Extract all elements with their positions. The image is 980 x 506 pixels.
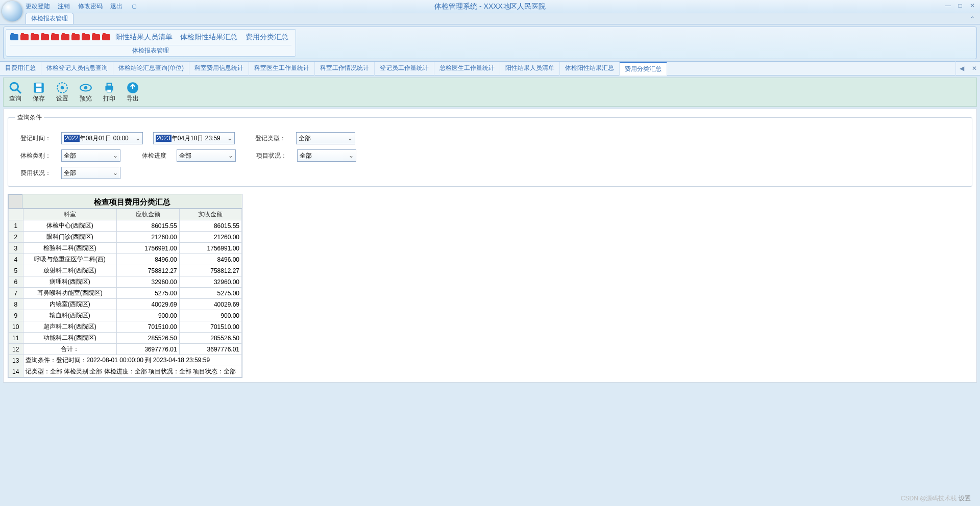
result-grid: 检查项目费用分类汇总 科室 应收金额 实收金额 1体检中心(西院区)86015.…	[8, 194, 242, 378]
chevron-down-icon[interactable]: ⌄	[113, 152, 118, 159]
subtabs-close-icon[interactable]: ✕	[968, 61, 980, 75]
subtab-6[interactable]: 登记员工作量统计	[375, 62, 434, 75]
window-close-icon[interactable]: ✕	[969, 2, 976, 9]
item-status-value: 全部	[300, 151, 312, 160]
query-button[interactable]: 查询	[7, 80, 24, 104]
subtab-2[interactable]: 体检结论汇总查询(单位)	[113, 62, 189, 75]
table-row[interactable]: 3检验科二科(西院区)1756991.001756991.00	[9, 243, 242, 254]
subtab-5[interactable]: 科室工作情况统计	[315, 62, 375, 75]
svg-rect-3	[36, 83, 42, 87]
table-row[interactable]: 11功能科二科(西院区)285526.50285526.50	[9, 333, 242, 344]
save-label: 保存	[33, 94, 45, 103]
ribbon-folder-icon[interactable]	[61, 34, 69, 40]
setting-label: 设置	[56, 94, 68, 103]
svg-rect-4	[36, 88, 42, 92]
ribbon-folder-icon[interactable]	[51, 34, 59, 40]
setting-button[interactable]: 设置	[54, 80, 71, 104]
ribbon-folder-icon[interactable]	[31, 34, 39, 40]
table-row[interactable]: 7耳鼻喉科功能室(西院区)5275.005275.00	[9, 288, 242, 299]
date-from-input[interactable]: 2022年08月01日 00:00 ⌄	[61, 132, 143, 144]
ribbon-folder-icon[interactable]	[10, 34, 18, 40]
exam-progress-value: 全部	[179, 151, 191, 160]
svg-rect-11	[107, 89, 112, 92]
save-disk-icon	[32, 81, 45, 94]
ribbon-collapse-icon[interactable]: ⌃	[970, 15, 975, 22]
table-row[interactable]: 6病理科(西院区)32960.0032960.00	[9, 276, 242, 288]
subtab-4[interactable]: 科室医生工作量统计	[249, 62, 315, 75]
subtab-3[interactable]: 科室费用信息统计	[189, 62, 249, 75]
grid-title: 检查项目费用分类汇总	[22, 194, 242, 209]
subtab-9[interactable]: 体检阳性结果汇总	[560, 62, 620, 75]
ribbon-group-title: 体检报表管理	[10, 45, 291, 55]
table-row[interactable]: 8内镜室(西院区)40029.6940029.69	[9, 299, 242, 310]
chevron-down-icon[interactable]: ⌄	[349, 152, 354, 159]
top-menu: 更改登陆 注销 修改密码 退出	[26, 2, 136, 11]
menu-exit[interactable]: 退出	[110, 3, 122, 10]
ribbon-body: 阳性结果人员清单 体检阳性结果汇总 费用分类汇总 体检报表管理	[3, 27, 977, 59]
col-dept[interactable]: 科室	[23, 209, 117, 220]
table-row[interactable]: 2眼科门诊(西院区)21260.0021260.00	[9, 232, 242, 243]
ribbon-folder-icon[interactable]	[20, 34, 29, 40]
menu-dropdown-icon[interactable]	[132, 5, 136, 9]
subtabs-scroll-left-icon[interactable]: ◀	[955, 61, 968, 75]
preview-label: 预览	[80, 94, 92, 103]
save-button[interactable]: 保存	[30, 80, 47, 104]
ribbon-link-positive-list[interactable]: 阳性结果人员清单	[115, 33, 173, 41]
chevron-down-icon[interactable]: ⌄	[348, 135, 353, 142]
chevron-down-icon[interactable]: ⌄	[228, 152, 233, 159]
date-from-rest: 年08月01日 00:00	[80, 135, 129, 142]
window-maximize-icon[interactable]: □	[957, 2, 964, 9]
ribbon-folder-icon[interactable]	[92, 34, 100, 40]
chevron-down-icon[interactable]: ⌄	[135, 135, 140, 142]
print-label: 打印	[103, 94, 115, 103]
ribbon-folder-icon[interactable]	[82, 34, 90, 40]
window-minimize-icon[interactable]: —	[944, 2, 951, 9]
preview-button[interactable]: 预览	[77, 80, 94, 104]
app-orb-icon[interactable]	[2, 1, 22, 21]
print-button[interactable]: 打印	[101, 80, 118, 104]
chevron-down-icon[interactable]: ⌄	[113, 169, 118, 176]
col-received[interactable]: 实收金额	[179, 209, 241, 220]
subtab-1[interactable]: 体检登记人员信息查询	[41, 62, 113, 75]
label-exam-progress: 体检进度	[131, 151, 166, 160]
subtab-0[interactable]: 目费用汇总	[0, 62, 41, 75]
label-reg-time: 登记时间：	[15, 134, 51, 143]
ribbon-folder-icon[interactable]	[102, 34, 110, 40]
table-row[interactable]: 1体检中心(西院区)86015.5586015.55	[9, 220, 242, 232]
subtab-10[interactable]: 费用分类汇总	[620, 62, 667, 75]
date-to-rest: 年04月18日 23:59	[172, 135, 220, 142]
ribbon-folder-icon[interactable]	[71, 34, 80, 40]
menu-change-pwd[interactable]: 修改密码	[78, 3, 103, 10]
exam-type-select[interactable]: 全部⌄	[61, 149, 120, 162]
chevron-down-icon[interactable]: ⌄	[227, 135, 232, 142]
title-bar: 更改登陆 注销 修改密码 退出 体检管理系统 - XXXX地区人民医院 — □ …	[0, 0, 980, 13]
subtab-7[interactable]: 总检医生工作量统计	[434, 62, 500, 75]
ribbon-link-positive-summary[interactable]: 体检阳性结果汇总	[180, 33, 237, 41]
fee-status-select[interactable]: 全部⌄	[61, 167, 120, 179]
svg-point-0	[10, 83, 18, 90]
ribbon-group-report: 阳性结果人员清单 体检阳性结果汇总 费用分类汇总 体检报表管理	[6, 29, 296, 57]
item-status-select[interactable]: 全部⌄	[297, 149, 356, 162]
reg-type-value: 全部	[299, 134, 311, 143]
exam-progress-select[interactable]: 全部⌄	[177, 149, 236, 162]
table-row[interactable]: 9输血科(西院区)900.00900.00	[9, 310, 242, 321]
app-title: 体检管理系统 - XXXX地区人民医院	[434, 2, 546, 11]
svg-point-6	[61, 86, 64, 90]
subtab-8[interactable]: 阳性结果人员清单	[500, 62, 560, 75]
reg-type-select[interactable]: 全部⌄	[296, 132, 355, 144]
ribbon-tab-report[interactable]: 体检报表管理	[26, 13, 74, 24]
col-receivable[interactable]: 应收金额	[117, 209, 179, 220]
table-row[interactable]: 12合计：3697776.013697776.01	[9, 344, 242, 355]
ribbon-link-fee-summary[interactable]: 费用分类汇总	[246, 33, 288, 41]
table-row[interactable]: 5放射科二科(西院区)758812.27758812.27	[9, 265, 242, 276]
menu-logout[interactable]: 注销	[58, 3, 70, 10]
export-button[interactable]: 导出	[124, 80, 141, 104]
menu-change-login[interactable]: 更改登陆	[26, 3, 50, 10]
query-label: 查询	[9, 94, 21, 103]
label-reg-type: 登记类型：	[245, 134, 286, 143]
table-row[interactable]: 4呼吸与危重症医学二科(西)8496.008496.00	[9, 254, 242, 265]
ribbon-folder-icon[interactable]	[41, 34, 49, 40]
grid-corner	[9, 209, 23, 220]
table-row[interactable]: 10超声科二科(西院区)701510.00701510.00	[9, 321, 242, 333]
date-to-input[interactable]: 2023年04月18日 23:59 ⌄	[153, 132, 235, 144]
